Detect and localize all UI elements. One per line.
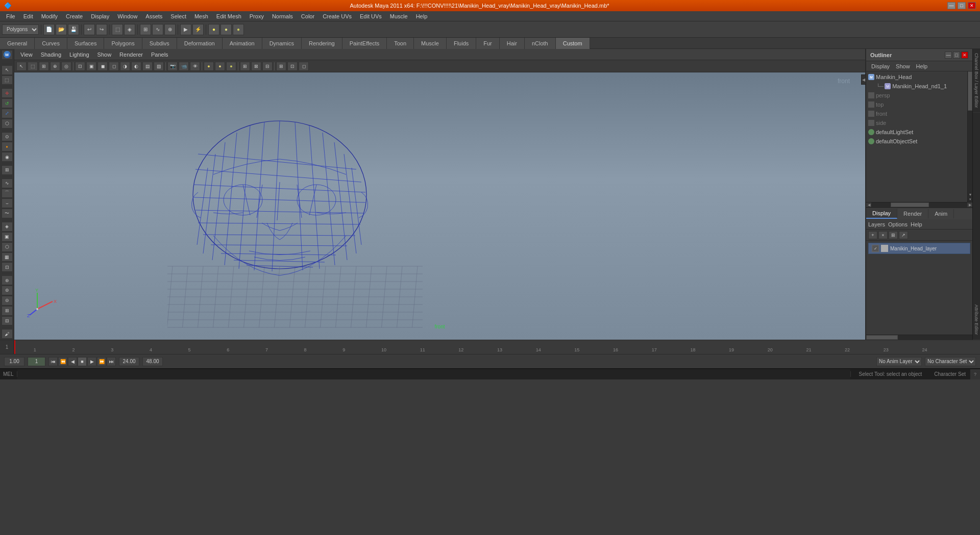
polygon-select-dropdown[interactable]: Polygons xyxy=(2,24,39,35)
close-button[interactable]: ✕ xyxy=(968,2,976,9)
toolbar-render[interactable]: ▶ xyxy=(180,24,191,35)
tab-custom[interactable]: Custom xyxy=(556,38,590,49)
step-forward-btn[interactable]: ⏩ xyxy=(97,357,106,366)
vp-layout-3[interactable]: ◻ xyxy=(299,62,309,71)
char-set-select[interactable]: No Character Set xyxy=(925,357,976,366)
outliner-item-front[interactable]: front xyxy=(866,109,972,118)
max-end-frame-input[interactable] xyxy=(142,357,163,366)
menu-mesh[interactable]: Mesh xyxy=(190,12,212,20)
vp-layout-2[interactable]: ⊡ xyxy=(287,62,298,71)
end-frame-input[interactable] xyxy=(119,357,139,366)
vp-solid-2[interactable]: ◻ xyxy=(109,62,119,71)
outliner-item-object-set[interactable]: defaultObjectSet xyxy=(866,137,972,146)
toolbar-light-2[interactable]: ● xyxy=(220,24,232,35)
tool-curve-1[interactable]: ∿ xyxy=(2,179,13,188)
menu-file[interactable]: File xyxy=(2,12,19,20)
vp-menu-renderer[interactable]: Renderer xyxy=(115,50,147,59)
menu-muscle[interactable]: Muscle xyxy=(386,12,412,20)
menu-edit[interactable]: Edit xyxy=(19,12,37,20)
vp-resolution-gate[interactable]: ⊟ xyxy=(262,62,273,71)
toolbar-new[interactable]: 📄 xyxy=(43,24,55,35)
tool-show-manip[interactable]: ⊞ xyxy=(2,165,13,175)
outliner-menu-show[interactable]: Show xyxy=(893,62,913,70)
menu-proxy[interactable]: Proxy xyxy=(246,12,268,20)
vp-display-1[interactable]: 👁 xyxy=(190,62,200,71)
tool-extra-1[interactable]: ⊛ xyxy=(2,275,13,285)
vp-hud[interactable]: ⊠ xyxy=(251,62,261,71)
tool-move[interactable]: ✛ xyxy=(2,88,13,98)
tool-extra-4[interactable]: ⊞ xyxy=(2,306,13,316)
vp-light-3[interactable]: ● xyxy=(226,62,236,71)
vp-solid-1[interactable]: ◼ xyxy=(97,62,108,71)
vp-wire-1[interactable]: ⊡ xyxy=(75,62,85,71)
menu-assets[interactable]: Assets xyxy=(141,12,166,20)
tool-paint[interactable]: 🖌 xyxy=(2,329,13,339)
anim-layer-select[interactable]: No Anim Layer xyxy=(876,357,922,366)
hscroll-thumb[interactable] xyxy=(891,202,929,207)
outliner-item-persp[interactable]: persp xyxy=(866,91,972,100)
vp-tex-2[interactable]: ▧ xyxy=(154,62,164,71)
scroll-bottom-btn[interactable]: ▾ xyxy=(968,197,972,202)
tool-cluster[interactable]: ◉ xyxy=(2,152,13,162)
layer-hscroll[interactable] xyxy=(866,335,972,340)
vp-snap-grid[interactable]: ⊕ xyxy=(50,62,60,71)
maximize-button[interactable]: □ xyxy=(958,2,966,9)
layer-menu-help[interactable]: Help xyxy=(911,221,922,227)
tab-rendering[interactable]: Rendering xyxy=(302,38,342,49)
vp-menu-shading[interactable]: Shading xyxy=(37,50,65,59)
tool-poly-5[interactable]: ⊡ xyxy=(2,262,13,272)
tab-deformation[interactable]: Deformation xyxy=(177,38,223,49)
outliner-item-manikin-head[interactable]: M Manikin_Head xyxy=(866,72,972,82)
menu-display[interactable]: Display xyxy=(87,12,113,20)
vp-select-mode[interactable]: ↖ xyxy=(16,62,27,71)
vp-menu-panels[interactable]: Panels xyxy=(147,50,173,59)
tab-surfaces[interactable]: Surfaces xyxy=(67,38,104,49)
vp-shaded-1[interactable]: ◑ xyxy=(120,62,130,71)
layer-color-swatch[interactable] xyxy=(881,245,888,252)
viewport-3d[interactable]: front xyxy=(14,72,865,340)
minimize-button[interactable]: — xyxy=(947,2,955,9)
menu-edit-mesh[interactable]: Edit Mesh xyxy=(212,12,246,20)
tab-curves[interactable]: Curves xyxy=(35,38,67,49)
vp-menu-show[interactable]: Show xyxy=(93,50,116,59)
vp-wire-2[interactable]: ▣ xyxy=(86,62,96,71)
tool-extra-3[interactable]: ⊝ xyxy=(2,296,13,305)
tab-general[interactable]: General xyxy=(0,38,35,49)
play-forward-btn[interactable]: ▶ xyxy=(87,357,96,366)
toolbar-light-1[interactable]: ● xyxy=(208,24,219,35)
toolbar-snap-curve[interactable]: ∿ xyxy=(152,24,163,35)
tab-hair[interactable]: Hair xyxy=(500,38,525,49)
toolbar-undo[interactable]: ↩ xyxy=(84,24,95,35)
outliner-item-light-set[interactable]: defaultLightSet xyxy=(866,128,972,137)
vp-shaded-2[interactable]: ◐ xyxy=(131,62,141,71)
tab-ncloth[interactable]: nCloth xyxy=(525,38,556,49)
tool-rotate[interactable]: ↺ xyxy=(2,98,13,108)
menu-help[interactable]: Help xyxy=(412,12,432,20)
vp-menu-view[interactable]: View xyxy=(16,50,37,59)
tab-anim[interactable]: Anim xyxy=(928,209,954,218)
vp-layout-1[interactable]: ⊞ xyxy=(276,62,286,71)
attribute-editor-strip-label[interactable]: Attribute Editor xyxy=(973,300,980,340)
tool-universal[interactable]: ⬡ xyxy=(2,119,13,129)
tool-curve-2[interactable]: ⌒ xyxy=(2,189,13,198)
tool-poly-4[interactable]: ▦ xyxy=(2,252,13,262)
toolbar-ipr[interactable]: ⚡ xyxy=(192,24,204,35)
tab-animation[interactable]: Animation xyxy=(223,38,262,49)
tab-fluids[interactable]: Fluids xyxy=(447,38,476,49)
outliner-item-top[interactable]: top xyxy=(866,100,972,109)
outliner-menu-help[interactable]: Help xyxy=(913,62,931,70)
vp-tex-1[interactable]: ▤ xyxy=(142,62,153,71)
menu-color[interactable]: Color xyxy=(297,12,318,20)
tool-curve-4[interactable]: 〜 xyxy=(2,209,13,218)
toolbar-snap-point[interactable]: ⊕ xyxy=(164,24,176,35)
tool-extra-2[interactable]: ⊜ xyxy=(2,286,13,295)
toolbar-snap-grid[interactable]: ⊞ xyxy=(140,24,151,35)
channel-box-strip-label[interactable]: Channel Box / Layer Editor xyxy=(973,49,980,113)
toolbar-select-mode[interactable]: ⬚ xyxy=(112,24,123,35)
toolbar-redo[interactable]: ↪ xyxy=(96,24,107,35)
stop-btn[interactable]: ■ xyxy=(78,357,87,366)
outliner-item-side[interactable]: side xyxy=(866,118,972,128)
menu-select[interactable]: Select xyxy=(166,12,190,20)
layer-visibility-check[interactable]: ✓ xyxy=(872,245,879,252)
step-back-btn[interactable]: ⏪ xyxy=(58,357,67,366)
